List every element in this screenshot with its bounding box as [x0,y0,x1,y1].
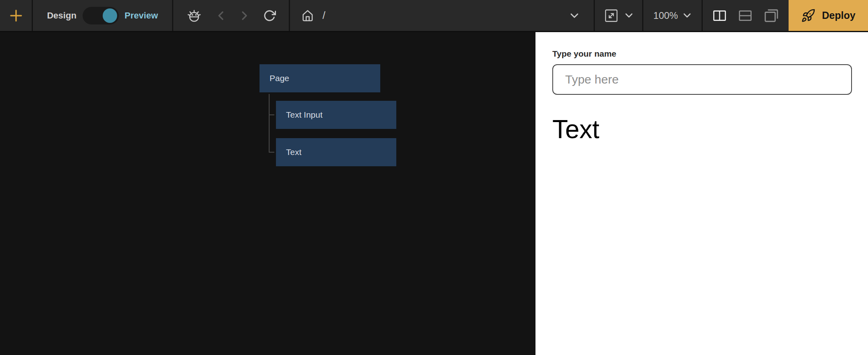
toggle-knob [103,8,117,23]
design-mode-label[interactable]: Design [47,10,76,21]
fit-options-chevron-icon[interactable] [625,12,633,18]
mode-switcher: Design Preview [33,0,173,31]
tree-node-label: Text Input [286,110,322,120]
deploy-button[interactable]: Deploy [789,0,868,31]
preview-mode-label[interactable]: Preview [125,10,158,21]
home-icon [302,10,314,22]
refresh-icon[interactable] [263,9,276,22]
live-preview-panel: Type your name Text [535,32,868,355]
fullscreen-icon[interactable] [604,8,619,23]
name-field-label: Type your name [552,49,852,59]
chevron-down-icon [570,12,579,19]
deploy-label: Deploy [822,10,855,21]
toolbar: Design Preview / [0,0,868,32]
preview-text-element: Text [552,116,852,142]
zoom-level: 100% [653,10,678,21]
page-path: / [322,9,325,22]
tree-node-label: Text [286,147,302,157]
component-tree-canvas: Page Text Input Text [0,32,535,355]
app-window: Design Preview / [0,0,868,355]
fit-view-controls [595,0,643,31]
tree-connector-stub [269,114,274,115]
mode-toggle[interactable] [83,7,119,24]
tree-connector-vertical [269,94,270,153]
page-selector[interactable]: / [290,0,595,31]
forward-button-icon[interactable] [240,11,248,20]
name-input[interactable] [552,64,852,95]
tree-node-page[interactable]: Page [260,64,380,92]
add-component-button[interactable] [0,0,33,31]
bug-icon[interactable] [186,8,202,24]
tree-node-text-input[interactable]: Text Input [276,101,396,129]
columns-layout-icon[interactable] [712,8,727,23]
nav-controls [173,0,290,31]
tree-node-text[interactable]: Text [276,138,396,166]
rocket-icon [801,8,815,23]
tree-connector-stub [269,152,274,153]
zoom-chevron-icon [683,12,692,18]
tree-node-label: Page [270,73,289,83]
zoom-control[interactable]: 100% [643,0,703,31]
rows-layout-icon[interactable] [738,8,752,23]
plus-icon [10,9,22,22]
floating-window-icon[interactable] [764,8,779,23]
panel-layout-controls [703,0,789,31]
back-button-icon[interactable] [217,11,225,20]
